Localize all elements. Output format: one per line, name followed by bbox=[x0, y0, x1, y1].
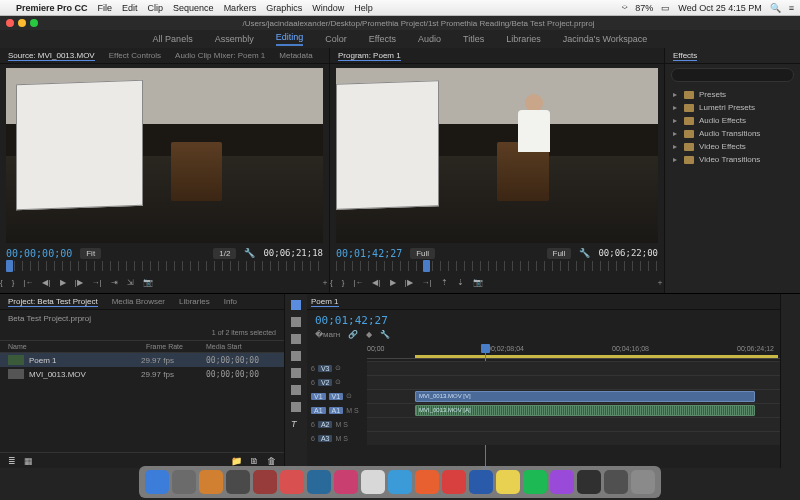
trash-icon[interactable]: 🗑 bbox=[267, 456, 276, 466]
dock-app[interactable] bbox=[415, 470, 439, 494]
source-ruler[interactable] bbox=[6, 261, 323, 271]
ripple-tool-icon[interactable] bbox=[291, 334, 301, 344]
lift-icon[interactable]: ⇡ bbox=[441, 278, 448, 287]
program-viewer[interactable] bbox=[336, 68, 658, 243]
dock-app[interactable] bbox=[442, 470, 466, 494]
app-name[interactable]: Premiere Pro CC bbox=[16, 3, 88, 13]
add-button-icon[interactable]: ＋ bbox=[656, 277, 664, 288]
menu-edit[interactable]: Edit bbox=[122, 3, 138, 13]
tab-info[interactable]: Info bbox=[224, 297, 237, 306]
dock-app[interactable] bbox=[307, 470, 331, 494]
new-item-icon[interactable]: 🗎 bbox=[250, 456, 259, 466]
step-back-icon[interactable]: ◀| bbox=[42, 278, 50, 287]
step-fwd-icon[interactable]: |▶ bbox=[405, 278, 413, 287]
dock-app[interactable] bbox=[199, 470, 223, 494]
track-select-tool-icon[interactable] bbox=[291, 317, 301, 327]
col-framerate[interactable]: Frame Rate bbox=[146, 343, 206, 350]
new-bin-icon[interactable]: 📁 bbox=[231, 456, 242, 466]
settings-icon[interactable]: 🔧 bbox=[380, 330, 390, 339]
program-ruler[interactable] bbox=[336, 261, 658, 271]
spotlight-icon[interactable]: 🔍 bbox=[770, 3, 781, 13]
dock-app[interactable] bbox=[280, 470, 304, 494]
bin-item-sequence[interactable]: Poem 1 29.97 fps 00;00;00;00 bbox=[0, 353, 284, 367]
menu-clip[interactable]: Clip bbox=[148, 3, 164, 13]
pen-tool-icon[interactable] bbox=[291, 385, 301, 395]
goto-out-icon[interactable]: →| bbox=[92, 278, 102, 287]
marker-icon[interactable]: ◆ bbox=[366, 330, 372, 339]
fx-audio-trans[interactable]: ▸Audio Transitions bbox=[665, 127, 800, 140]
overwrite-icon[interactable]: ⇲ bbox=[127, 278, 134, 287]
track-v2[interactable] bbox=[367, 375, 780, 389]
insert-icon[interactable]: ⇥ bbox=[111, 278, 118, 287]
ws-editing[interactable]: Editing bbox=[276, 32, 304, 46]
tab-metadata[interactable]: Metadata bbox=[279, 51, 312, 60]
play-icon[interactable]: ▶ bbox=[390, 278, 396, 287]
tab-source[interactable]: Source: MVI_0013.MOV bbox=[8, 51, 95, 61]
dock-trash[interactable] bbox=[631, 470, 655, 494]
mark-out-icon[interactable]: } bbox=[12, 278, 15, 287]
selection-tool-icon[interactable] bbox=[291, 300, 301, 310]
track-a2[interactable] bbox=[367, 417, 780, 431]
mark-in-icon[interactable]: { bbox=[0, 278, 3, 287]
dock-premiere[interactable] bbox=[550, 470, 574, 494]
fx-video-trans[interactable]: ▸Video Transitions bbox=[665, 153, 800, 166]
tab-effect-controls[interactable]: Effect Controls bbox=[109, 51, 161, 60]
dock-spotify[interactable] bbox=[523, 470, 547, 494]
goto-in-icon[interactable]: |← bbox=[23, 278, 33, 287]
extract-icon[interactable]: ⇣ bbox=[457, 278, 464, 287]
tab-project[interactable]: Project: Beta Test Project bbox=[8, 297, 98, 307]
ws-libraries[interactable]: Libraries bbox=[506, 34, 541, 44]
tab-program[interactable]: Program: Poem 1 bbox=[338, 51, 401, 61]
fx-video-effects[interactable]: ▸Video Effects bbox=[665, 140, 800, 153]
dock-app[interactable] bbox=[604, 470, 628, 494]
program-zoomfit[interactable]: Full bbox=[547, 248, 572, 259]
program-fit[interactable]: Full bbox=[410, 248, 435, 259]
type-tool-icon[interactable]: T bbox=[291, 419, 301, 429]
wrench-icon[interactable]: 🔧 bbox=[244, 248, 255, 258]
tab-audio-mixer[interactable]: Audio Clip Mixer: Poem 1 bbox=[175, 51, 265, 60]
source-fit[interactable]: Fit bbox=[80, 248, 101, 259]
menu-window[interactable]: Window bbox=[312, 3, 344, 13]
dock-app[interactable] bbox=[226, 470, 250, 494]
step-fwd-icon[interactable]: |▶ bbox=[75, 278, 83, 287]
menu-graphics[interactable]: Graphics bbox=[266, 3, 302, 13]
track-a1[interactable]: MVI_0013.MOV [A] bbox=[367, 403, 780, 417]
icon-view-icon[interactable]: ▦ bbox=[24, 456, 33, 466]
fx-audio-effects[interactable]: ▸Audio Effects bbox=[665, 114, 800, 127]
slip-tool-icon[interactable] bbox=[291, 368, 301, 378]
fx-lumetri[interactable]: ▸Lumetri Presets bbox=[665, 101, 800, 114]
track-v3[interactable] bbox=[367, 361, 780, 375]
dock-app[interactable] bbox=[388, 470, 412, 494]
dock-finder[interactable] bbox=[145, 470, 169, 494]
goto-out-icon[interactable]: →| bbox=[422, 278, 432, 287]
source-viewer[interactable] bbox=[6, 68, 323, 243]
ws-custom[interactable]: Jacinda's Workspace bbox=[563, 34, 648, 44]
notifications-icon[interactable]: ≡ bbox=[789, 3, 794, 13]
list-view-icon[interactable]: ≣ bbox=[8, 456, 16, 466]
track-a3[interactable] bbox=[367, 431, 780, 445]
track-v1[interactable]: MVI_0013.MOV [V] bbox=[367, 389, 780, 403]
dock-app[interactable] bbox=[361, 470, 385, 494]
menu-file[interactable]: File bbox=[98, 3, 113, 13]
wrench-icon[interactable]: 🔧 bbox=[579, 248, 590, 258]
add-button-icon[interactable]: ＋ bbox=[321, 277, 329, 288]
ws-audio[interactable]: Audio bbox=[418, 34, 441, 44]
fx-presets[interactable]: ▸Presets bbox=[665, 88, 800, 101]
export-frame-icon[interactable]: 📷 bbox=[473, 278, 483, 287]
dock-app[interactable] bbox=[172, 470, 196, 494]
audio-clip[interactable]: MVI_0013.MOV [A] bbox=[415, 405, 755, 416]
ws-color[interactable]: Color bbox=[325, 34, 347, 44]
export-frame-icon[interactable]: 📷 bbox=[143, 278, 153, 287]
dock-app[interactable] bbox=[496, 470, 520, 494]
wifi-icon[interactable]: ⌔ bbox=[622, 3, 627, 13]
clock[interactable]: Wed Oct 25 4:15 PM bbox=[678, 3, 761, 13]
mark-in-icon[interactable]: { bbox=[330, 278, 333, 287]
source-timecode[interactable]: 00;00;00;00 bbox=[6, 248, 72, 259]
menu-markers[interactable]: Markers bbox=[224, 3, 257, 13]
goto-in-icon[interactable]: |← bbox=[353, 278, 363, 287]
source-zoom[interactable]: 1/2 bbox=[213, 248, 236, 259]
menu-help[interactable]: Help bbox=[354, 3, 373, 13]
program-timecode[interactable]: 00;01;42;27 bbox=[336, 248, 402, 259]
ws-assembly[interactable]: Assembly bbox=[215, 34, 254, 44]
tab-libraries[interactable]: Libraries bbox=[179, 297, 210, 306]
